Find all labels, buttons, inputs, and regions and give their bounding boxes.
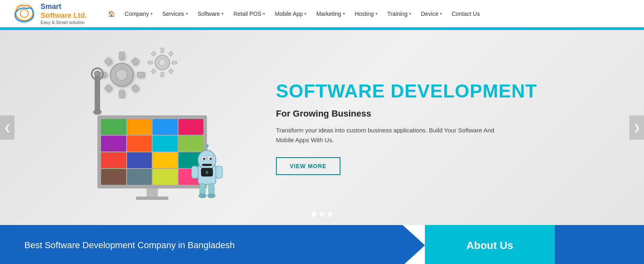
about-us-button[interactable]: About Us [466,239,513,252]
nav-item-training[interactable]: Training ▾ [382,0,416,28]
monitor-cell [153,152,178,168]
logo-text: Smart Software Ltd. Easy & Smart solutio… [41,2,87,25]
svg-point-39 [198,193,207,198]
footer-arrow-blue [403,225,425,264]
monitor-cell [101,119,126,135]
svg-point-24 [95,71,100,77]
hero-subtitle: For Growing Business [276,108,620,119]
nav-company-label: Company [125,11,149,17]
svg-rect-34 [202,164,212,166]
logo-tagline: Easy & Smart solution [41,20,87,25]
monitor-cell [127,152,152,168]
svg-point-13 [159,59,166,66]
svg-rect-16 [148,61,153,64]
carousel-dot-1[interactable] [312,212,317,217]
nav-training-label: Training [387,11,407,17]
monitor-cell [101,152,126,168]
svg-rect-15 [161,72,164,77]
nav-retailpos-link[interactable]: Retail POS ▾ [228,0,270,28]
svg-rect-38 [209,184,214,195]
svg-rect-11 [131,84,139,92]
svg-text:e: e [206,169,209,175]
nav-services-label: Services [162,11,184,17]
nav-training-link[interactable]: Training ▾ [382,0,416,28]
svg-point-31 [209,158,212,160]
nav-item-hosting[interactable]: Hosting ▾ [350,0,382,28]
slider-prev-button[interactable]: ❮ [0,115,15,140]
nav-contact-link[interactable]: Contact Us [447,0,485,28]
nav-item-marketing[interactable]: Marketing ▾ [311,0,349,28]
footer-arrow-area [403,225,425,264]
monitor-base [136,197,168,200]
nav-marketing-link[interactable]: Marketing ▾ [311,0,349,28]
nav-device-label: Device [421,11,438,17]
nav-item-mobileapp[interactable]: Mobile App ▾ [270,0,311,28]
nav-hosting-label: Hosting [355,11,374,17]
svg-rect-10 [104,84,112,92]
chevron-down-icon: ▾ [440,11,442,16]
footer-right-section[interactable]: About Us [425,225,555,264]
nav-mobileapp-link[interactable]: Mobile App ▾ [270,0,311,28]
nav-software-link[interactable]: Software ▾ [193,0,228,28]
monitor-grid [100,118,204,186]
nav-item-company[interactable]: Company ▾ [120,0,157,28]
footer-tagline: Best Software Development Company in Ban… [24,240,235,251]
nav-company-link[interactable]: Company ▾ [120,0,157,28]
nav-contact-label: Contact Us [452,11,480,17]
slider-next-button[interactable]: ❯ [629,115,644,140]
svg-rect-7 [137,72,144,77]
nav-item-retailpos[interactable]: Retail POS ▾ [228,0,270,28]
nav-item-home[interactable]: 🏠 [103,0,120,28]
hero-section: ❮ [0,30,644,225]
view-more-button[interactable]: VIEW MORE [276,157,340,175]
robot-icon: e [191,144,223,201]
chevron-down-icon: ▾ [151,11,153,16]
svg-point-27 [198,150,216,170]
monitor-cell [127,136,152,151]
svg-point-40 [207,193,215,198]
nav-software-label: Software [198,11,220,17]
nav-links: 🏠 Company ▾ Services ▾ Software ▾ Retail… [103,0,485,28]
chevron-down-icon: ▾ [375,11,377,16]
carousel-dots [312,212,333,217]
svg-rect-19 [168,51,174,56]
nav-item-software[interactable]: Software ▾ [193,0,228,28]
logo-name1: Smart [41,2,61,11]
gear-small-icon [146,46,179,79]
svg-rect-14 [161,48,164,53]
chevron-down-icon: ▾ [186,11,188,16]
home-icon: 🏠 [108,11,115,17]
hero-description: Transform your ideas into custom busines… [276,126,511,145]
logo-name2: Software Ltd. [41,11,87,19]
nav-item-device[interactable]: Device ▾ [416,0,447,28]
svg-point-25 [93,110,101,115]
svg-point-3 [116,69,127,80]
monitor-cell [153,169,178,185]
navbar: Smart Software Ltd. Easy & Smart solutio… [0,0,644,28]
monitor-cell [101,136,126,151]
svg-rect-17 [172,61,177,64]
nav-retailpos-label: Retail POS [233,11,261,17]
svg-rect-41 [192,166,198,178]
wrench-icon [89,67,106,119]
nav-services-link[interactable]: Services ▾ [157,0,193,28]
footer-right-extra [555,225,644,264]
monitor-cell [153,119,178,135]
carousel-dot-2[interactable] [320,212,325,217]
hero-title: SOFTWARE DEVELOPMENT [276,80,620,102]
hero-illustration-area: e [49,42,252,213]
svg-rect-8 [104,57,112,65]
nav-home-link[interactable]: 🏠 [103,0,120,28]
nav-mobileapp-label: Mobile App [275,11,303,17]
nav-item-contact[interactable]: Contact Us [447,0,485,28]
nav-hosting-link[interactable]: Hosting ▾ [350,0,382,28]
footer-banner: Best Software Development Company in Ban… [0,225,644,264]
svg-rect-37 [200,184,205,195]
monitor-cell [101,169,126,185]
hero-illustration: e [65,42,235,213]
nav-item-services[interactable]: Services ▾ [157,0,193,28]
svg-point-30 [203,158,205,160]
nav-device-link[interactable]: Device ▾ [416,0,447,28]
carousel-dot-3[interactable] [328,212,333,217]
logo-link[interactable]: Smart Software Ltd. Easy & Smart solutio… [12,2,87,25]
